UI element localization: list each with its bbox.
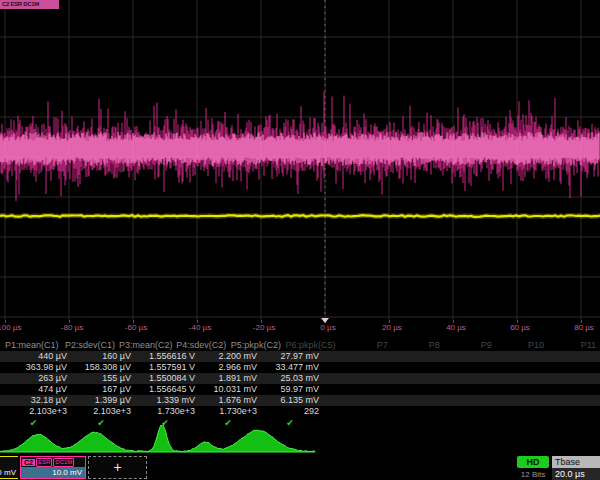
c2-coupling-label: DC1M (53, 458, 74, 467)
measurement-value: 33.477 mV (261, 362, 323, 373)
channel-c1-descriptor[interactable]: C1 DC1M 10.0 mV (0, 456, 18, 479)
measurement-value: 1.556616 V (135, 351, 199, 362)
measurement-value: 10.031 mV (199, 384, 261, 395)
trigger-time-marker (321, 318, 329, 323)
measurement-value: 1.730e+3 (135, 406, 199, 417)
measurement-value: 474 µV (0, 384, 71, 395)
measurement-value: 59.97 mV (261, 384, 323, 395)
measurement-row: 363.98 µV158.308 µV1.557591 V2.966 mV33.… (0, 362, 600, 373)
measurement-column-header[interactable]: P5:pkpk(C2) (230, 340, 285, 351)
measurement-row: 474 µV167 µV1.556645 V10.031 mV59.97 mV (0, 384, 600, 395)
timebase-title: Tbase (552, 456, 600, 468)
measurement-row: 263 µV155 µV1.550084 V1.891 mV25.03 mV (0, 373, 600, 384)
c1-volts-per-div: 10.0 mV (0, 467, 18, 478)
time-axis-label: 60 µs (510, 323, 530, 332)
timebase-descriptor[interactable]: Tbase 20.0 µs (552, 456, 600, 480)
measurement-value: 160 µV (71, 351, 135, 362)
waveform-display[interactable] (0, 0, 600, 322)
measurement-value: 6.135 mV (261, 395, 323, 406)
measurement-value: 1.557591 V (135, 362, 199, 373)
c2-volts-per-div: 10.0 mV (21, 467, 85, 478)
measurement-value: 167 µV (71, 384, 135, 395)
measurement-column-header[interactable]: P2:sdev(C1) (63, 340, 119, 351)
measurement-value: 1.891 mV (199, 373, 261, 384)
time-axis-label: -80 µs (61, 323, 83, 332)
measurement-column-header[interactable]: P7 (340, 340, 392, 351)
time-axis-label: -60 µs (125, 323, 147, 332)
measurement-column-header[interactable]: P1:mean(C1) (0, 340, 63, 351)
hd-mode-badge[interactable]: HD (517, 456, 549, 468)
time-axis-label: 40 µs (446, 323, 466, 332)
channel-c2-descriptor[interactable]: C2 ESR DC1M 10.0 mV (20, 456, 86, 479)
measurement-value: 1.399 µV (71, 395, 135, 406)
measurement-value: 2.966 mV (199, 362, 261, 373)
c2-trace-label-badge[interactable]: C2 ESR DC1M (0, 0, 59, 9)
time-axis-label: 20 µs (382, 323, 402, 332)
time-axis-label: 0 µs (320, 323, 335, 332)
measurement-value: 1.730e+3 (199, 406, 261, 417)
measurement-column-header[interactable]: P3:mean(C2) (119, 340, 175, 351)
c2-esr-tag: ESR (36, 458, 52, 467)
measurement-value: 363.98 µV (0, 362, 71, 373)
measurement-value: 2.103e+3 (0, 406, 71, 417)
measurement-column-header[interactable]: P8 (392, 340, 444, 351)
measurement-row: 2.103e+32.103e+31.730e+31.730e+3292 (0, 406, 600, 417)
measurement-row: 32.18 µV1.399 µV1.339 mV1.676 mV6.135 mV (0, 395, 600, 406)
time-axis: -100 µs-80 µs-60 µs-40 µs-20 µs0 µs20 µs… (0, 320, 600, 340)
measurement-value: 263 µV (0, 373, 71, 384)
measurement-column-header[interactable]: P4:sdev(C2) (175, 340, 230, 351)
measurement-value: 1.676 mV (199, 395, 261, 406)
c1-flat-trace (0, 215, 600, 217)
measurement-value: 2.103e+3 (71, 406, 135, 417)
measurement-column-header[interactable]: P9 (444, 340, 496, 351)
c2-channel-chip: C2 (22, 459, 35, 466)
measurement-value: 2.200 mV (199, 351, 261, 362)
measurement-table: P1:mean(C1)P2:sdev(C1)P3:mean(C2)P4:sdev… (0, 340, 600, 430)
measurement-value: 1.550084 V (135, 373, 199, 384)
math-trace-display (0, 425, 600, 458)
measurement-value: 27.97 mV (261, 351, 323, 362)
channel-c1-descriptor-clip: C1 DC1M 10.0 mV (0, 456, 18, 479)
measurement-column-header[interactable]: P6:pkpk(C5) (285, 340, 340, 351)
measurement-value: 25.03 mV (261, 373, 323, 384)
timebase-value: 20.0 µs (552, 468, 600, 480)
measurement-row: 440 µV160 µV1.556616 V2.200 mV27.97 mV (0, 351, 600, 362)
bit-depth-label: 12 Bits (513, 470, 553, 479)
measurement-value: 292 (261, 406, 323, 417)
measurement-value: 32.18 µV (0, 395, 71, 406)
math-trace (0, 425, 315, 452)
measurement-value: 1.556645 V (135, 384, 199, 395)
time-axis-label: -40 µs (189, 323, 211, 332)
measurement-column-header[interactable]: P11 (548, 340, 600, 351)
time-axis-label: -100 µs (0, 323, 21, 332)
measurement-value: 158.308 µV (71, 362, 135, 373)
time-axis-label: 80 µs (574, 323, 594, 332)
measurement-value: 440 µV (0, 351, 71, 362)
add-trace-button[interactable]: + (88, 456, 147, 479)
bottom-bar: C1 DC1M 10.0 mV C2 ESR DC1M 10.0 mV + HD… (0, 455, 600, 480)
oscilloscope-screen: C2 ESR DC1M -100 µs-80 µs-60 µs-40 µs-20… (0, 0, 600, 480)
measurement-value: 155 µV (71, 373, 135, 384)
time-axis-label: -20 µs (253, 323, 275, 332)
measurement-column-header[interactable]: P10 (496, 340, 548, 351)
measurement-value: 1.339 mV (135, 395, 199, 406)
